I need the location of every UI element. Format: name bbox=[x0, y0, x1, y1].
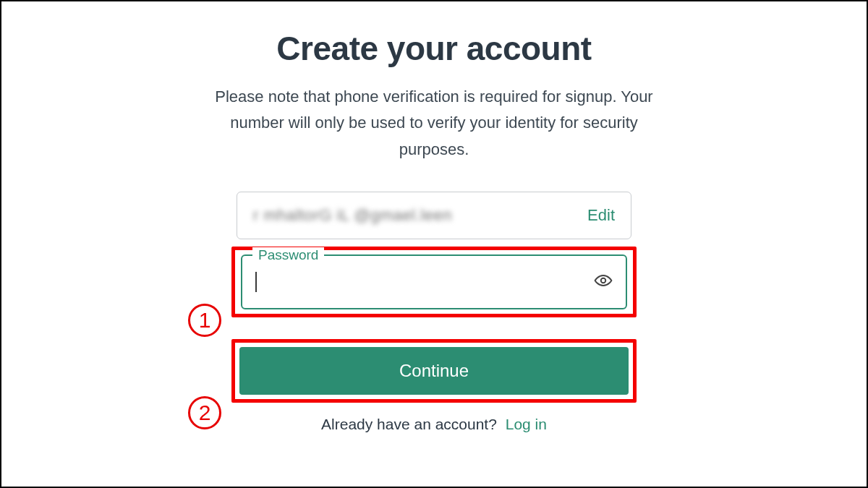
svg-point-0 bbox=[601, 278, 606, 283]
email-display-row: r mhaltorG iL @gmael.leen Edit bbox=[237, 192, 631, 239]
password-field-label: Password bbox=[252, 247, 324, 263]
login-prompt-row: Already have an account? Log in bbox=[321, 416, 547, 433]
annotation-callout-1: 1 bbox=[188, 304, 221, 337]
login-link[interactable]: Log in bbox=[506, 416, 547, 432]
page-title: Create your account bbox=[276, 29, 591, 68]
annotation-callout-2: 2 bbox=[188, 396, 221, 429]
already-have-account-text: Already have an account? bbox=[321, 416, 497, 432]
toggle-password-visibility[interactable] bbox=[594, 273, 613, 291]
password-section: Password bbox=[231, 247, 637, 317]
text-cursor bbox=[255, 272, 257, 292]
email-value-blurred: r mhaltorG iL @gmael.leen bbox=[253, 206, 452, 225]
annotation-highlight-2: Continue bbox=[231, 339, 637, 403]
continue-section: Continue bbox=[231, 339, 637, 403]
password-input[interactable]: Password bbox=[241, 254, 627, 309]
annotation-highlight-1: Password bbox=[231, 247, 637, 317]
phone-verification-note: Please note that phone verification is r… bbox=[210, 84, 658, 163]
edit-email-link[interactable]: Edit bbox=[587, 206, 615, 225]
continue-button[interactable]: Continue bbox=[239, 347, 629, 395]
eye-icon bbox=[594, 271, 613, 293]
